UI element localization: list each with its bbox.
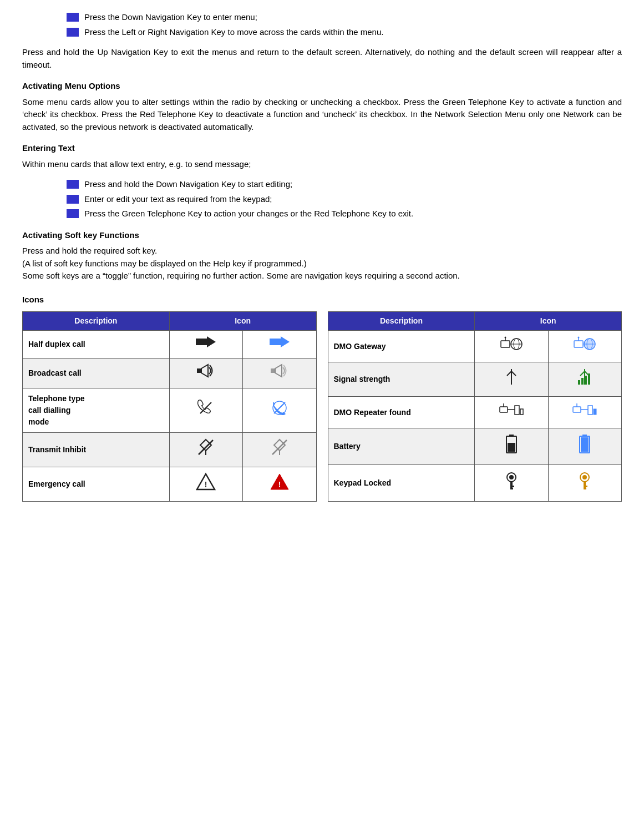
table-row: Broadcast call xyxy=(23,358,317,388)
bullet-item: Press the Green Telephone Key to action … xyxy=(67,208,622,220)
section-body-menu-options: Some menu cards allow you to alter setti… xyxy=(22,96,622,134)
svg-marker-5 xyxy=(275,365,282,377)
softkey-line-3: Some soft keys are a “toggle” function, … xyxy=(22,270,622,282)
icon-cell-1 xyxy=(169,433,242,467)
svg-rect-45 xyxy=(594,409,596,415)
right-table-icon-header: Icon xyxy=(475,312,622,331)
svg-line-31 xyxy=(580,371,585,376)
svg-rect-42 xyxy=(573,407,581,412)
row-desc: Transmit Inhibit xyxy=(23,433,170,467)
icon-cell-1 xyxy=(169,358,242,388)
svg-rect-61 xyxy=(584,486,587,487)
icon-cell-2 xyxy=(243,358,316,388)
section-softkey: Activating Soft key Functions Press and … xyxy=(22,229,622,282)
bullet-item: Press the Left or Right Navigation Key t… xyxy=(67,26,622,39)
icon-cell-1: ! xyxy=(169,467,242,502)
icon-cell-2: ! xyxy=(243,467,316,502)
icon-cell-2 xyxy=(548,465,621,502)
icon-cell-1 xyxy=(169,388,242,433)
row-desc: Broadcast call xyxy=(23,358,170,388)
left-table-desc-header: Description xyxy=(23,312,170,331)
svg-rect-62 xyxy=(584,488,586,489)
svg-rect-39 xyxy=(515,406,519,415)
table-row: Transmit Inhibit xyxy=(23,433,317,467)
svg-rect-33 xyxy=(578,380,580,385)
svg-rect-56 xyxy=(510,486,514,487)
row-desc: Battery xyxy=(328,428,475,465)
svg-rect-37 xyxy=(500,407,508,412)
bullet-text: Press the Green Telephone Key to action … xyxy=(84,208,622,220)
row-desc: DMO Repeater found xyxy=(328,396,475,428)
svg-point-54 xyxy=(509,475,514,479)
icon-cell-1 xyxy=(475,331,548,362)
svg-marker-1 xyxy=(270,336,290,347)
bullet-item: Enter or edit your text as required from… xyxy=(67,193,622,206)
svg-rect-21 xyxy=(574,341,583,347)
section-heading-entering-text: Entering Text xyxy=(22,142,622,155)
icon-cell-1 xyxy=(169,331,242,358)
svg-line-28 xyxy=(507,371,511,376)
svg-rect-40 xyxy=(520,409,523,415)
icon-cell-2 xyxy=(548,331,621,362)
icon-cell-2 xyxy=(548,428,621,465)
table-row: DMO Repeater found xyxy=(328,396,622,428)
svg-rect-44 xyxy=(588,406,592,415)
left-icon-table: Description Icon Half duplex call xyxy=(22,311,317,502)
row-desc: Keypad Locked xyxy=(328,465,475,502)
icon-cell-2 xyxy=(548,362,621,397)
icons-heading: Icons xyxy=(22,294,622,306)
icon-cell-2 xyxy=(548,396,621,428)
bullet-icon xyxy=(67,180,79,189)
table-row: DMO Gateway xyxy=(328,331,622,362)
svg-point-17 xyxy=(505,336,506,338)
icon-cell-2 xyxy=(243,331,316,358)
svg-marker-3 xyxy=(201,365,208,377)
entering-text-intro: Within menu cards that allow text entry,… xyxy=(22,158,622,171)
icon-cell-1 xyxy=(475,465,548,502)
bullet-text: Enter or edit your text as required from… xyxy=(84,193,622,206)
section-heading-softkey: Activating Soft key Functions xyxy=(22,229,622,242)
table-row: Keypad Locked xyxy=(328,465,622,502)
bullet-item: Press and hold the Down Navigation Key t… xyxy=(67,178,622,191)
svg-text:!: ! xyxy=(278,480,281,489)
softkey-line-2: (A list of soft key functions may be dis… xyxy=(22,257,622,270)
right-icon-table: Description Icon DMO Gateway xyxy=(328,311,622,502)
section-menu-options: Activating Menu Options Some menu cards … xyxy=(22,80,622,133)
icon-cell-2 xyxy=(243,388,316,433)
svg-point-59 xyxy=(582,475,587,479)
bullet-text: Press the Left or Right Navigation Key t… xyxy=(84,26,622,39)
bullet-icon xyxy=(67,13,79,22)
svg-point-23 xyxy=(578,336,580,338)
svg-marker-0 xyxy=(196,336,216,347)
table-row: Battery xyxy=(328,428,622,465)
left-table-icon-header: Icon xyxy=(169,312,316,331)
bullet-item: Press the Down Navigation Key to enter m… xyxy=(67,11,622,24)
svg-rect-15 xyxy=(501,341,510,347)
softkey-line-1: Press and hold the required soft key. xyxy=(22,245,622,257)
svg-rect-57 xyxy=(510,488,513,489)
svg-rect-4 xyxy=(271,368,275,373)
bullet-icon xyxy=(67,28,79,37)
bullet-text: Press the Down Navigation Key to enter m… xyxy=(84,11,622,24)
icon-cell-1 xyxy=(475,396,548,428)
row-desc: Half duplex call xyxy=(23,331,170,358)
bullet-icon xyxy=(67,195,79,204)
right-table-desc-header: Description xyxy=(328,312,475,331)
entering-text-bullets: Press and hold the Down Navigation Key t… xyxy=(67,178,622,220)
svg-rect-35 xyxy=(585,376,587,385)
svg-rect-52 xyxy=(581,437,589,452)
svg-rect-36 xyxy=(588,373,590,385)
svg-rect-48 xyxy=(509,435,514,436)
icon-cell-1 xyxy=(475,428,548,465)
svg-line-29 xyxy=(511,371,516,376)
bullet-icon xyxy=(67,209,79,218)
nav-bullets: Press the Down Navigation Key to enter m… xyxy=(67,11,622,38)
table-row: Signal strength xyxy=(328,362,622,397)
section-heading-menu-options: Activating Menu Options xyxy=(22,80,622,93)
row-desc: Signal strength xyxy=(328,362,475,397)
svg-rect-51 xyxy=(582,435,587,436)
bullet-text: Press and hold the Down Navigation Key t… xyxy=(84,178,622,191)
table-row: Half duplex call xyxy=(23,331,317,358)
row-desc: DMO Gateway xyxy=(328,331,475,362)
svg-rect-49 xyxy=(508,443,515,452)
